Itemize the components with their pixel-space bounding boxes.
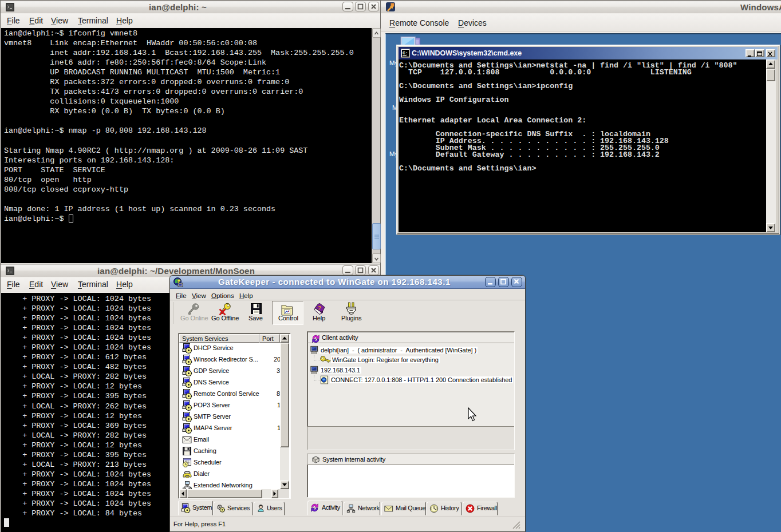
svg-text:C:: C:	[403, 50, 408, 55]
